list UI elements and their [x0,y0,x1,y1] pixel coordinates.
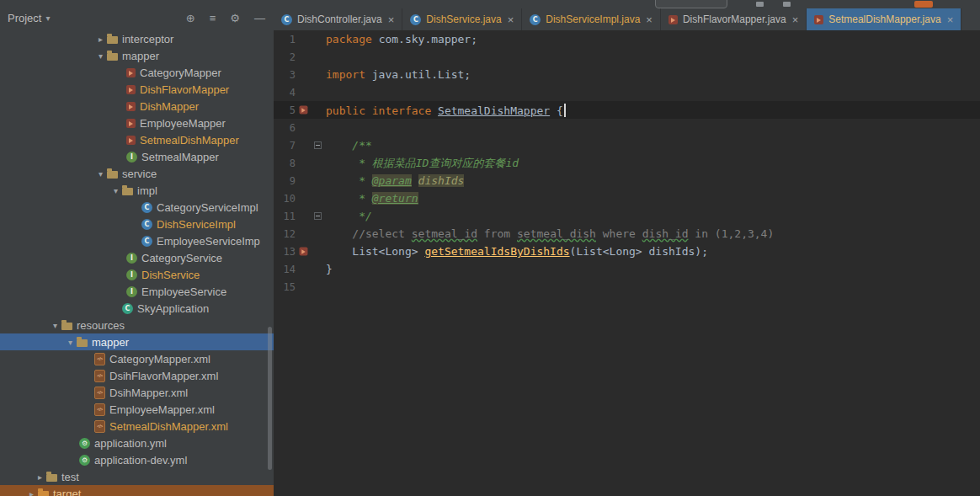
fold-icon[interactable] [314,212,322,220]
line-number[interactable]: 9 [274,175,296,187]
tree-item[interactable]: IEmployeeService [0,283,274,300]
tree-item[interactable]: CEmployeeServiceImp [0,232,274,249]
line-number[interactable]: 5 [274,104,296,116]
tree-item[interactable]: ▾mapper [0,47,274,64]
editor-tab[interactable]: CDishService.java× [402,8,522,30]
line-number[interactable]: 7 [274,140,296,152]
tree-item[interactable]: ▾impl [0,182,274,199]
fold-icon[interactable] [314,141,322,149]
line-number[interactable]: 4 [274,87,296,99]
profiler-icon[interactable] [914,1,933,8]
hide-panel-icon[interactable]: — [254,12,265,24]
code-segment: List<Long> [326,245,424,258]
locate-icon[interactable]: ⊕ [186,12,195,24]
tree-item-label: SetmealMapper [141,151,219,163]
code-segment: setmeal_id [412,227,477,240]
tree-item[interactable]: ▾mapper [0,333,274,350]
line-number[interactable]: 11 [274,211,296,222]
code-segment: from [477,227,517,240]
line-number[interactable]: 12 [274,228,296,240]
tree-item[interactable]: ▸interceptor [0,30,274,47]
line-number[interactable]: 1 [274,34,296,45]
line-number[interactable]: 2 [274,51,296,63]
tree-item-label: target [53,488,81,496]
tree-item[interactable]: ▸target [0,485,274,496]
fold-slot [312,212,324,220]
code-segment: import [326,68,372,81]
tree-item[interactable]: </>EmployeeMapper.xml [0,401,274,418]
project-header-icons: ⊕≡⚙— [186,12,265,24]
close-icon[interactable]: × [792,13,799,26]
tree-item[interactable]: ⚙application-dev.yml [0,451,274,468]
code-line-text: package com.sky.mapper; [324,33,477,45]
chevron-down-icon[interactable]: ▾ [64,338,77,347]
code-line-text: } [324,263,333,275]
mybatis-mapper-icon[interactable] [300,248,308,256]
tree-item[interactable]: EmployeeMapper [0,115,274,131]
tree-item[interactable]: ▾service [0,165,274,182]
chevron-down-icon[interactable]: ▾ [94,51,107,61]
close-icon[interactable]: × [646,13,652,26]
editor-tab[interactable]: CDishServiceImpl.java× [522,8,661,30]
tree-item[interactable]: SetmealDishMapper [0,131,274,148]
editor-tab[interactable]: DishFlavorMapper.java× [661,8,807,30]
code-line: 13 List<Long> getSetmealIdsByDishIds(Lis… [274,243,980,260]
tree-item[interactable]: ICategoryService [0,249,274,266]
line-number[interactable]: 14 [274,264,296,275]
chevron-right-icon[interactable]: ▸ [34,472,46,482]
code-line: 4 [274,83,980,101]
tree-item[interactable]: </>CategoryMapper.xml [0,350,274,367]
xml-file-icon: </> [94,370,105,382]
chevron-down-icon[interactable]: ▾ [94,169,107,179]
project-panel-title[interactable]: Project [8,12,41,24]
close-icon[interactable]: × [947,13,954,26]
mybatis-mapper-interface-icon [814,15,823,24]
settings-gear-icon[interactable]: ⚙ [230,12,240,24]
code-line-text: * @param dishIds [324,174,464,187]
close-icon[interactable]: × [388,13,395,26]
build-icon[interactable] [756,2,764,7]
tree-item[interactable]: ▾resources [0,317,274,333]
tree-item-label: mapper [92,336,129,349]
chevron-down-icon[interactable]: ▾ [49,321,61,330]
tree-item[interactable]: </>SetmealDishMapper.xml [0,418,274,435]
tree-item-label: CategoryMapper [140,67,221,79]
chevron-down-icon[interactable]: ▾ [109,186,122,195]
tree-item[interactable]: CSkyApplication [0,300,274,317]
code-editor[interactable]: 1package com.sky.mapper;23import java.ut… [274,30,980,496]
tree-scrollbar[interactable] [268,327,272,470]
line-number[interactable]: 15 [274,281,296,293]
view-options-icon[interactable]: ≡ [210,12,216,24]
xml-file-icon: </> [94,387,105,399]
tree-item[interactable]: IDishService [0,266,274,283]
tree-item[interactable]: </>DsihFlavorMapper.xml [0,367,274,384]
tree-item[interactable]: CCategoryServiceImpl [0,199,274,216]
line-number[interactable]: 10 [274,193,296,205]
editor-tab[interactable]: CDishController.java× [274,8,402,30]
close-icon[interactable]: × [508,13,514,26]
code-segment: setmeal_dish [517,227,596,240]
mybatis-mapper-interface-icon [126,136,136,145]
tab-label: DishFlavorMapper.java [683,13,786,25]
tree-item[interactable]: ▸test [0,468,274,485]
tree-item[interactable]: DishMapper [0,98,274,115]
line-number[interactable]: 3 [274,69,296,81]
tree-item[interactable]: DishFlavorMapper [0,81,274,98]
editor-tab[interactable]: SetmealDishMapper.java× [807,8,961,30]
tree-item[interactable]: ISetmealMapper [0,148,274,165]
tab-label: DishService.java [426,13,501,25]
chevron-right-icon[interactable]: ▸ [25,489,38,496]
tree-item[interactable]: ⚙application.yml [0,435,274,451]
code-segment: //select [352,227,411,240]
tree-item[interactable]: CDishServiceImpl [0,216,274,232]
tree-item[interactable]: CategoryMapper [0,64,274,81]
line-number[interactable]: 13 [274,246,296,258]
run-config-select[interactable] [655,0,727,8]
line-number[interactable]: 8 [274,157,296,169]
mybatis-mapper-icon[interactable] [300,106,308,115]
line-number[interactable]: 6 [274,122,296,134]
run-icon[interactable] [783,2,791,7]
chevron-down-icon[interactable]: ▾ [45,13,50,23]
tree-item[interactable]: </>DsihMapper.xml [0,384,274,401]
chevron-right-icon[interactable]: ▸ [94,35,107,44]
